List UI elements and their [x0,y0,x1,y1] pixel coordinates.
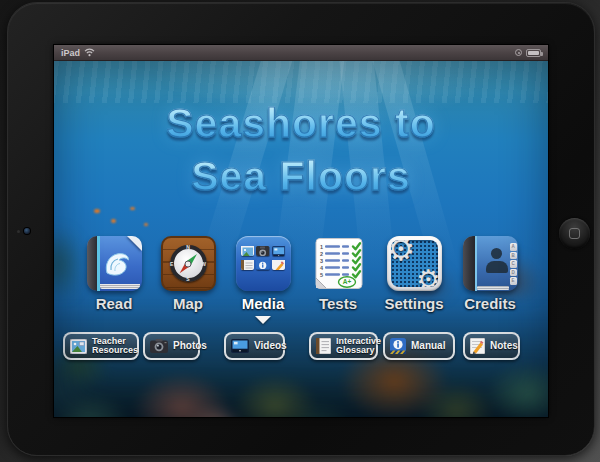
compass-icon: N W S E [161,236,216,291]
rotation-lock-icon [515,49,522,56]
book-wave-icon [87,236,142,291]
submenu-interactive-glossary-button[interactable]: Interactive Glossary [309,332,378,360]
water-surface [54,61,548,103]
app-title: Seashores to Sea Floors [54,97,548,203]
ambient-sensor [17,230,20,233]
menu-item-credits[interactable]: A B C D E Credits [452,236,528,312]
submenu-notes-button[interactable]: Notes [463,332,520,360]
front-camera [24,228,30,234]
tab-b: B [510,252,517,260]
tab-d: D [510,269,517,277]
coral-reef [54,304,548,417]
menu-item-settings[interactable]: ⚙ ⚙ Settings [376,236,452,312]
menu-item-map[interactable]: N W S E Map [150,236,226,312]
submenu-photos-button[interactable]: Photos [143,332,200,360]
media-grid-icon [236,236,291,291]
camera-icon [150,339,168,353]
tests-row-3: 3 [320,258,323,264]
mini-info-icon [256,258,270,270]
compass-w: W [201,261,206,266]
person-silhouette-icon [486,248,508,278]
info-icon [390,338,406,354]
fish [130,207,135,210]
compass-n: N [186,245,190,250]
tests-row-1: 1 [320,244,323,250]
submenu-teacher-resources-button[interactable]: Teacher Resources [63,332,139,360]
checklist-icon: 1 2 3 4 5 [311,236,366,291]
address-book-icon: A B C D E [463,236,518,291]
fish [94,209,100,213]
menu-item-tests[interactable]: 1 2 3 4 5 [300,236,376,312]
submenu-label: Photos [173,341,207,351]
menu-label-credits: Credits [452,295,528,312]
home-button[interactable] [559,218,590,249]
menu-item-read[interactable]: Read [76,236,152,312]
app-title-line2: Sea Floors [54,150,548,203]
status-bar: iPad [54,45,548,61]
submenu-label: Interactive Glossary [336,337,381,355]
gear-icon: ⚙ [391,240,416,265]
submenu-label: Videos [254,341,287,351]
tab-e: E [510,277,517,285]
mini-notepad-icon [241,258,255,270]
screen: iPad [54,45,548,417]
menu-label-map: Map [150,295,226,312]
compass-s: S [186,277,189,282]
tests-row-5: 5 [320,272,323,278]
pencil-icon [470,338,485,354]
mini-camera-icon [256,244,270,256]
tests-grade: A+ [342,278,351,285]
menu-label-tests: Tests [300,295,376,312]
submenu-manual-button[interactable]: Manual [383,332,455,360]
fish [111,219,116,223]
submenu-label: Manual [411,341,445,351]
ipad-frame: iPad [7,2,595,456]
app-title-line1: Seashores to [54,97,548,150]
tests-row-2: 2 [320,251,323,257]
fish [144,223,148,226]
menu-label-settings: Settings [376,295,452,312]
gears-icon: ⚙ ⚙ [387,236,442,291]
menu-label-media: Media [225,295,301,312]
battery-icon [526,49,541,57]
submenu-label: Notes [490,341,518,351]
mini-monitor-icon [272,244,286,256]
submenu-label: Teacher Resources [92,337,138,355]
selected-arrow-icon [255,316,271,324]
mini-pencil-icon [272,258,286,270]
submenu-videos-button[interactable]: Videos [224,332,285,360]
app-home-screen: Seashores to Sea Floors R [54,61,548,417]
mini-photo-icon [241,244,255,256]
carrier-label: iPad [61,48,80,58]
menu-label-read: Read [76,295,152,312]
wave-glyph [101,246,133,280]
compass-e: E [170,261,173,266]
tab-a: A [510,243,517,251]
menu-item-media[interactable]: Media [225,236,301,324]
monitor-icon [231,339,249,353]
notebook-icon [316,338,331,354]
wifi-icon [84,48,95,57]
photo-document-icon [70,339,87,354]
home-button-icon [569,228,580,239]
tab-c: C [510,260,517,268]
gear-icon: ⚙ [416,266,437,287]
